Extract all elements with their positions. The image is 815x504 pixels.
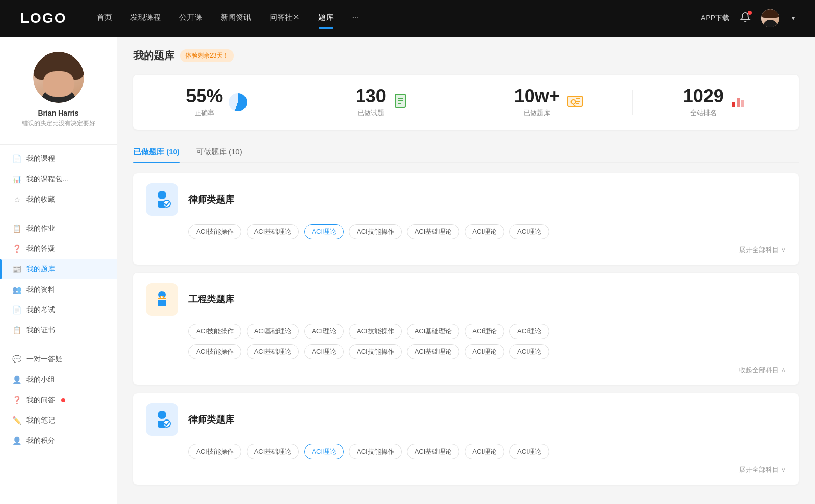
svg-rect-13 <box>741 100 744 107</box>
sidebar-item-my-points[interactable]: 👤 我的积分 <box>0 431 117 451</box>
qb-tag[interactable]: ACI理论 <box>509 444 549 459</box>
qb-tag[interactable]: ACI理论 <box>465 444 504 459</box>
question-bank-icon: 📰 <box>12 265 21 274</box>
sidebar-label-my-questions: 我的问答 <box>26 396 55 405</box>
qb-tag[interactable]: ACI理论 <box>304 344 344 359</box>
sidebar-item-my-exam[interactable]: 📄 我的考试 <box>0 300 117 320</box>
qb-tag[interactable]: ACI理论 <box>465 224 504 239</box>
notes-icon: ✏️ <box>12 416 21 425</box>
qb-tag[interactable]: ACI技能操作 <box>349 444 402 459</box>
qb-tag[interactable]: ACI技能操作 <box>349 224 402 239</box>
qb-tags-engineer-row1: ACI技能操作 ACI基础理论 ACI理论 ACI技能操作 ACI基础理论 AC… <box>146 324 786 339</box>
sidebar-label-my-course-pack: 我的课程包... <box>26 175 68 184</box>
logo[interactable]: LOGO <box>20 10 66 26</box>
qb-tag[interactable]: ACI理论 <box>465 344 504 359</box>
tab-done-banks[interactable]: 已做题库 (10) <box>133 142 180 162</box>
sidebar-item-my-question-bank[interactable]: 📰 我的题库 <box>0 259 117 279</box>
qb-section-lawyer-2: 律师类题库 ACI技能操作 ACI基础理论 ACI理论 ACI技能操作 ACI基… <box>133 393 799 485</box>
sidebar-item-my-qa[interactable]: ❓ 我的答疑 <box>0 239 117 259</box>
sidebar-item-my-favorites[interactable]: ☆ 我的收藏 <box>0 189 117 210</box>
svg-rect-18 <box>158 300 166 306</box>
page-header: 我的题库 体验剩余23天！ <box>133 49 799 63</box>
qb-tag[interactable]: ACI技能操作 <box>349 324 402 339</box>
qb-tag[interactable]: ACI技能操作 <box>188 324 241 339</box>
homework-icon: 📋 <box>12 224 21 233</box>
sidebar-item-my-material[interactable]: 👥 我的资料 <box>0 279 117 300</box>
doc-icon <box>392 93 411 111</box>
sidebar-avatar <box>33 52 84 103</box>
stat-done-banks-label: 已做题库 <box>514 108 560 118</box>
qb-tag[interactable]: ACI技能操作 <box>188 224 241 239</box>
qb-tag-active[interactable]: ACI理论 <box>304 444 344 459</box>
qb-tag[interactable]: ACI技能操作 <box>188 344 241 359</box>
one-on-one-icon: 💬 <box>12 355 21 364</box>
sidebar-label-my-notes: 我的笔记 <box>26 416 55 425</box>
sidebar-divider-1 <box>0 144 117 145</box>
sidebar-item-my-course-pack[interactable]: 📊 我的课程包... <box>0 169 117 189</box>
qb-tag[interactable]: ACI技能操作 <box>188 444 241 459</box>
qb-tag-active[interactable]: ACI理论 <box>304 224 344 239</box>
stat-ranking-label: 全站排名 <box>683 108 724 118</box>
header-right: APP下载 ▾ <box>701 9 795 27</box>
qb-icon-lawyer-1 <box>146 183 178 216</box>
qb-tag[interactable]: ACI基础理论 <box>407 444 460 459</box>
stat-accuracy: 55% 正确率 <box>133 87 300 118</box>
sidebar-profile: Brian Harris 错误的决定比没有决定要好 <box>0 52 117 140</box>
course-icon: 📄 <box>12 154 21 163</box>
qb-tag[interactable]: ACI理论 <box>465 324 504 339</box>
my-questions-icon: ❓ <box>12 396 21 405</box>
qb-tag[interactable]: ACI理论 <box>509 224 549 239</box>
qb-expand-lawyer-1[interactable]: 展开全部科目 ∨ <box>146 245 786 255</box>
sidebar-item-my-questions[interactable]: ❓ 我的问答 <box>0 390 117 410</box>
sidebar-item-my-cert[interactable]: 📋 我的证书 <box>0 320 117 341</box>
stat-ranking: 1029 全站排名 <box>633 87 799 118</box>
main-header: LOGO 首页 发现课程 公开课 新闻资讯 问答社区 题库 ··· APP下载 … <box>0 0 815 37</box>
qb-tag[interactable]: ACI基础理论 <box>407 324 460 339</box>
sidebar-item-my-notes[interactable]: ✏️ 我的笔记 <box>0 410 117 431</box>
qb-header-lawyer-1: 律师类题库 <box>146 183 786 216</box>
qb-expand-lawyer-2[interactable]: 展开全部科目 ∨ <box>146 465 786 474</box>
app-download-button[interactable]: APP下载 <box>701 14 729 23</box>
sidebar-item-one-on-one[interactable]: 💬 一对一答疑 <box>0 349 117 370</box>
material-icon: 👥 <box>12 285 21 294</box>
qb-expand-engineer[interactable]: 收起全部科目 ∧ <box>146 366 786 375</box>
sidebar-label-my-question-bank: 我的题库 <box>26 265 55 274</box>
tab-todo-banks[interactable]: 可做题库 (10) <box>196 142 242 162</box>
sidebar-item-my-group[interactable]: 👤 我的小组 <box>0 370 117 390</box>
favorites-icon: ☆ <box>12 195 21 204</box>
qb-tag[interactable]: ACI基础理论 <box>247 444 300 459</box>
qb-tag[interactable]: ACI技能操作 <box>349 344 402 359</box>
qb-tag[interactable]: ACI基础理论 <box>407 224 460 239</box>
nav-discover[interactable]: 发现课程 <box>130 13 161 24</box>
stats-row: 55% 正确率 130 已做试题 <box>133 75 799 130</box>
svg-rect-11 <box>732 102 735 107</box>
sidebar-divider-3 <box>0 345 117 345</box>
nav-more[interactable]: ··· <box>352 13 359 24</box>
notification-bell-button[interactable] <box>740 12 751 25</box>
sidebar-label-my-group: 我的小组 <box>26 375 55 384</box>
nav-home[interactable]: 首页 <box>97 13 112 24</box>
sidebar-label-my-cert: 我的证书 <box>26 326 55 335</box>
qb-tag[interactable]: ACI基础理论 <box>247 224 300 239</box>
qb-tag[interactable]: ACI基础理论 <box>407 344 460 359</box>
qb-title-lawyer-2: 律师类题库 <box>188 413 234 426</box>
qb-tag[interactable]: ACI理论 <box>509 324 549 339</box>
qb-tag[interactable]: ACI理论 <box>304 324 344 339</box>
qb-tag[interactable]: ACI基础理论 <box>247 344 300 359</box>
nav-open-course[interactable]: 公开课 <box>179 13 202 24</box>
qb-tag[interactable]: ACI基础理论 <box>247 324 300 339</box>
main-layout: Brian Harris 错误的决定比没有决定要好 📄 我的课程 📊 我的课程包… <box>0 37 815 504</box>
stat-done-questions-label: 已做试题 <box>356 108 386 118</box>
avatar[interactable] <box>761 9 779 27</box>
sidebar-item-my-homework[interactable]: 📋 我的作业 <box>0 218 117 239</box>
qb-tag[interactable]: ACI理论 <box>509 344 549 359</box>
nav-qa[interactable]: 问答社区 <box>269 13 300 24</box>
nav-question-bank[interactable]: 题库 <box>318 13 334 24</box>
sidebar-label-my-homework: 我的作业 <box>26 224 55 233</box>
nav-news[interactable]: 新闻资讯 <box>221 13 251 24</box>
sidebar-item-my-course[interactable]: 📄 我的课程 <box>0 149 117 169</box>
qb-tags-engineer-row2: ACI技能操作 ACI基础理论 ACI理论 ACI技能操作 ACI基础理论 AC… <box>146 344 786 359</box>
stat-done-banks: 10w+ 已做题库 Q <box>466 87 633 118</box>
user-menu-chevron[interactable]: ▾ <box>792 15 795 22</box>
sidebar-label-my-qa: 我的答疑 <box>26 244 55 254</box>
